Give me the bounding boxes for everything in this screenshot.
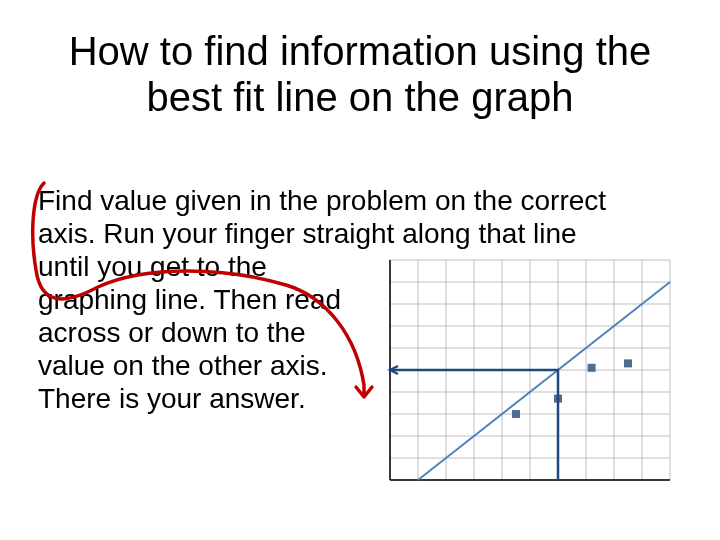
svg-rect-27 <box>588 364 596 372</box>
scatter-chart <box>360 250 680 510</box>
svg-line-24 <box>418 282 670 480</box>
slide-title: How to find information using the best f… <box>0 28 720 120</box>
chart-fit-line <box>418 282 670 480</box>
svg-rect-25 <box>512 410 520 418</box>
slide: How to find information using the best f… <box>0 0 720 540</box>
svg-rect-28 <box>624 359 632 367</box>
